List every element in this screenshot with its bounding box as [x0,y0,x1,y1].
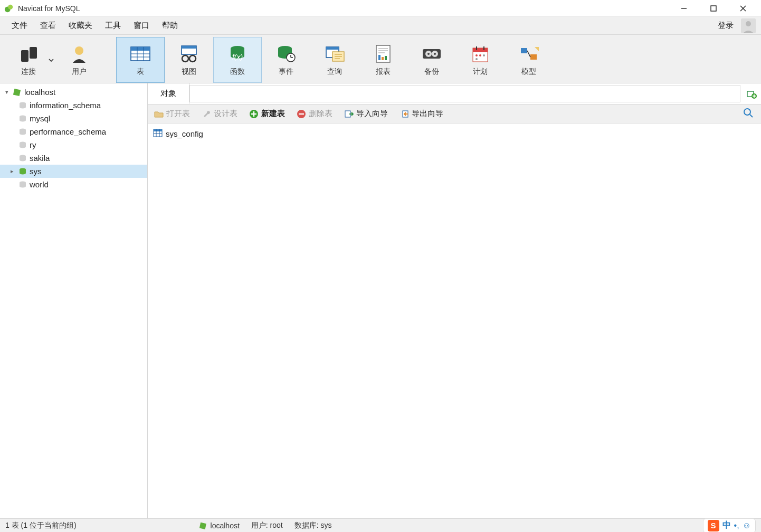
database-information_schema[interactable]: information_schema [0,99,147,112]
menubar: 文件 查看 收藏夹 工具 窗口 帮助 登录 [0,17,761,35]
search-icon[interactable] [743,108,754,120]
schedule-icon [469,44,492,64]
svg-rect-84 [199,522,206,529]
table-sys_config[interactable]: sys_config [153,128,756,139]
menu-view[interactable]: 查看 [34,17,62,34]
import-wizard-label: 导入向导 [356,109,388,119]
svg-point-1 [8,4,13,9]
menu-tools[interactable]: 工具 [99,17,127,34]
svg-line-78 [750,115,753,117]
import-wizard-button[interactable]: 导入向导 [342,107,390,120]
view-icon [177,44,201,64]
database-sakila[interactable]: sakila [0,151,147,165]
new-table-label: 新建表 [261,109,285,118]
svg-point-51 [475,54,478,56]
svg-point-45 [427,53,430,55]
database-label: world [30,180,49,189]
toolbar-event-button[interactable]: 事件 [262,37,310,83]
toolbar-query-button[interactable]: 查询 [310,37,359,83]
status-host: localhost [211,521,240,530]
ime-indicator[interactable]: S 中 •, ☺ [703,518,756,533]
toolbar-function-button[interactable]: f(x) 函数 [213,37,262,83]
connection-icon [13,88,22,97]
app-icon [4,4,14,13]
svg-point-54 [475,58,478,60]
tab-object[interactable]: 对象 [148,83,189,104]
menu-window[interactable]: 窗口 [127,17,156,34]
database-label: ry [30,140,36,149]
export-icon [399,109,409,119]
toolbar-connection-button[interactable]: 连接 [4,37,53,83]
login-button[interactable]: 登录 [712,17,739,34]
svg-rect-40 [382,57,384,60]
svg-rect-30 [326,47,339,50]
svg-rect-3 [711,6,716,11]
svg-point-6 [746,21,751,26]
connection-dropdown-icon[interactable] [49,56,54,64]
status-database: 数据库: sys [294,521,332,530]
svg-rect-10 [25,58,26,62]
svg-rect-19 [182,46,196,49]
export-wizard-label: 导出向导 [412,109,443,119]
maximize-button[interactable] [706,1,721,16]
table-name-label: sys_config [166,129,203,138]
database-ry[interactable]: ry [0,138,147,151]
database-label: performance_schema [30,127,106,136]
user-icon [68,44,91,64]
database-icon [18,180,27,189]
menu-help[interactable]: 帮助 [156,17,184,34]
toolbar-report-button[interactable]: 报表 [359,37,407,83]
open-table-button[interactable]: 打开表 [152,107,192,120]
toolbar-schedule-button[interactable]: 计划 [456,37,505,83]
design-table-label: 设计表 [214,109,237,119]
design-table-button[interactable]: 设计表 [199,107,240,120]
svg-point-53 [483,54,485,56]
database-icon [18,167,27,176]
titlebar: Navicat for MySQL [0,0,761,17]
toolbar-view-button[interactable]: 视图 [165,37,213,83]
database-world[interactable]: world [0,178,147,191]
database-sys[interactable]: ▸sys [0,165,147,178]
database-label: information_schema [30,101,101,110]
toolbar-user-button[interactable]: 用户 [55,37,103,83]
database-label: mysql [30,114,50,123]
add-tab-button[interactable] [742,83,761,104]
new-table-button[interactable]: 新建表 [247,107,287,120]
svg-rect-39 [378,55,380,60]
action-bar: 打开表 设计表 新建表 删除表 导入向导 导出向导 [148,104,761,124]
connection-localhost[interactable]: ▾ localhost [0,86,147,99]
database-label: sys [30,167,42,176]
minimize-button[interactable] [677,1,691,16]
toolbar-backup-label: 备份 [424,67,439,77]
svg-point-46 [434,53,436,55]
toolbar-function-label: 函数 [230,67,245,77]
window-controls [677,1,757,16]
toolbar-table-button[interactable]: 表 [116,37,165,83]
toolbar-report-label: 报表 [376,67,391,77]
chevron-down-icon[interactable]: ▾ [3,89,11,96]
database-icon [18,127,27,137]
toolbar-query-label: 查询 [327,67,342,77]
database-performance_schema[interactable]: performance_schema [0,125,147,138]
status-user: 用户: root [251,521,283,530]
database-mysql[interactable]: mysql [0,112,147,125]
chevron-right-icon[interactable]: ▸ [8,168,16,175]
plug-icon [17,44,40,64]
toolbar-schedule-label: 计划 [473,67,488,77]
status-left: 1 表 (1 位于当前的组) [5,521,77,530]
statusbar: 1 表 (1 位于当前的组) localhost 用户: root 数据库: s… [0,518,761,532]
toolbar-model-button[interactable]: 模型 [505,37,553,83]
svg-point-77 [744,109,750,115]
close-button[interactable] [736,1,750,16]
import-icon [344,109,354,119]
avatar-icon[interactable] [741,18,756,33]
menu-file[interactable]: 文件 [5,17,34,34]
export-wizard-button[interactable]: 导出向导 [397,107,445,120]
backup-icon [420,44,443,64]
menu-favorite[interactable]: 收藏夹 [62,17,99,34]
toolbar-backup-button[interactable]: 备份 [407,37,456,83]
sogou-icon: S [708,520,719,531]
delete-table-button[interactable]: 删除表 [294,107,335,120]
query-icon [323,44,346,64]
svg-point-20 [182,55,188,62]
